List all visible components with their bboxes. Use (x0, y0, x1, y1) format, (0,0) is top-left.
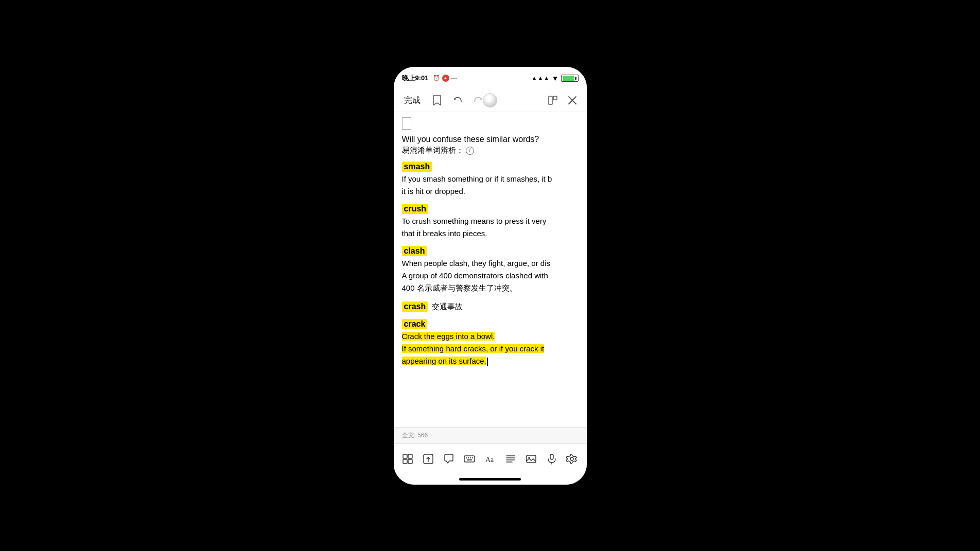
crack-sentence-3: appearing on its surface. (402, 357, 486, 365)
align-button[interactable] (502, 450, 519, 468)
close-button[interactable] (566, 94, 579, 106)
toolbar-right-group (547, 94, 579, 106)
settings-icon (566, 453, 577, 465)
word-count-label: 全文: 566 (402, 431, 428, 440)
svg-rect-5 (408, 454, 412, 458)
svg-rect-6 (403, 459, 407, 464)
keyboard-button[interactable] (461, 450, 478, 468)
back-icon (423, 453, 434, 465)
wifi-icon: ▼ (552, 74, 559, 82)
align-icon (505, 453, 516, 465)
crack-definition: Crack the eggs into a bowl. If something… (402, 330, 579, 367)
home-indicator (459, 478, 521, 481)
bookmark-icon (432, 95, 442, 106)
keyboard-icon (464, 453, 475, 465)
svg-rect-12 (468, 457, 469, 458)
svg-rect-23 (550, 454, 553, 459)
svg-rect-0 (549, 96, 552, 104)
settings-button[interactable] (563, 450, 581, 468)
word-crack: crack (402, 319, 428, 329)
main-content[interactable]: Will you confuse these similar words? 易混… (394, 112, 587, 427)
svg-rect-7 (408, 459, 412, 464)
status-time: 晚上9:01 ⏰ ● ▪▪▪ (402, 74, 458, 83)
grid-icon (402, 453, 413, 465)
svg-text:Aa: Aa (485, 456, 494, 464)
phone-container: 晚上9:01 ⏰ ● ▪▪▪ ▲▲▲ ▼ 完成 (394, 67, 587, 485)
svg-rect-15 (467, 459, 472, 460)
layout-button[interactable] (547, 94, 559, 106)
word-clash: clash (402, 246, 427, 256)
crash-translation: 交通事故 (432, 300, 463, 313)
word-smash-section: smash If you smash something or if it sm… (402, 162, 579, 198)
svg-rect-10 (464, 456, 475, 462)
word-crash-section: crash 交通事故 (402, 300, 579, 313)
layout-icon (548, 95, 558, 105)
svg-point-25 (570, 457, 573, 460)
image-icon (526, 453, 537, 465)
main-question: Will you confuse these similar words? (402, 133, 579, 146)
word-crush-section: crush To crush something means to press … (402, 204, 579, 240)
status-icons: ▲▲▲ ▼ (531, 74, 579, 82)
toolbar-top: 完成 (394, 90, 587, 112)
image-button[interactable] (522, 450, 540, 468)
svg-rect-21 (527, 455, 536, 463)
redo-button[interactable] (472, 94, 484, 106)
word-crack-section: crack Crack the eggs into a bowl. If som… (402, 319, 579, 367)
undo-button[interactable] (451, 94, 464, 106)
signal-icon: ▲▲▲ (531, 75, 550, 82)
home-bar (394, 474, 587, 485)
undo-icon (452, 95, 463, 105)
grid-button[interactable] (399, 450, 416, 468)
word-crush: crush (402, 204, 429, 214)
comment-button[interactable] (440, 450, 458, 468)
bookmark-button[interactable] (431, 94, 443, 107)
redo-icon (473, 95, 483, 105)
svg-rect-13 (470, 457, 471, 458)
clash-definition: When people clash, they fight, argue, or… (402, 257, 579, 294)
comment-icon (443, 453, 454, 465)
back-button[interactable] (419, 450, 437, 468)
header-section: Will you confuse these similar words? 易混… (402, 133, 579, 156)
done-button[interactable]: 完成 (402, 93, 423, 108)
word-count-bar: 全文: 566 (394, 427, 587, 443)
svg-rect-11 (466, 457, 467, 458)
mic-button[interactable] (543, 450, 561, 468)
close-icon (567, 95, 577, 105)
mic-icon (546, 453, 557, 465)
svg-rect-14 (472, 457, 473, 458)
crush-definition: To crush something means to press it ver… (402, 215, 579, 240)
crack-sentence-2: If something hard cracks, or if you crac… (402, 344, 545, 353)
info-icon[interactable]: i (466, 147, 474, 155)
crack-sentence-1: Crack the eggs into a bowl. (402, 332, 495, 341)
smash-definition: If you smash something or if it smashes,… (402, 173, 579, 198)
bookmark-marker (402, 117, 411, 130)
toolbar-left-group: 完成 (402, 93, 484, 108)
status-bar: 晚上9:01 ⏰ ● ▪▪▪ ▲▲▲ ▼ (394, 67, 587, 90)
font-icon: Aa (484, 453, 496, 465)
svg-rect-1 (553, 96, 557, 100)
word-smash: smash (402, 162, 432, 172)
drag-handle[interactable] (483, 93, 497, 108)
word-clash-section: clash When people clash, they fight, arg… (402, 246, 579, 294)
word-crash: crash (402, 301, 428, 312)
cursor (487, 358, 488, 366)
svg-rect-4 (403, 454, 407, 458)
toolbar-bottom: Aa (394, 443, 587, 474)
subheader-line: 易混淆单词辨析： i (402, 146, 579, 155)
font-button[interactable]: Aa (481, 450, 499, 468)
battery-icon (561, 75, 579, 82)
